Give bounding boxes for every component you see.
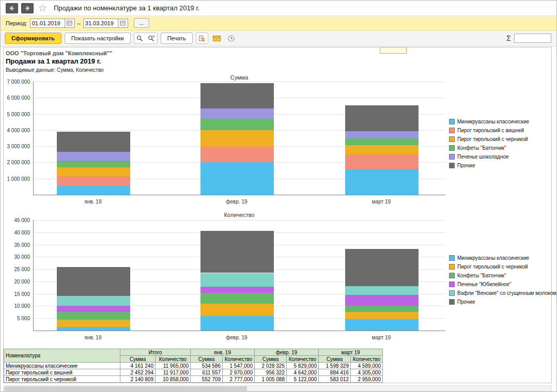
value-cell[interactable]: 611 557 [191, 369, 223, 376]
bar-segment[interactable] [200, 287, 274, 293]
bar-segment[interactable] [57, 306, 130, 312]
sum-input[interactable] [514, 34, 551, 43]
bar-segment[interactable] [57, 267, 130, 296]
bar-segment[interactable] [200, 130, 274, 146]
value-cell[interactable]: 4 161 240 [120, 363, 156, 369]
history-button[interactable] [226, 33, 237, 43]
bar-segment[interactable] [345, 295, 419, 306]
bar-segment[interactable] [200, 119, 274, 130]
y-axis: 5 00010 00015 00020 00025 00030 00035 00… [4, 220, 31, 331]
row-name-cell[interactable]: Пирог тирольский с вишней [4, 369, 120, 376]
value-cell[interactable]: 2 970,000 [223, 369, 255, 376]
value-cell[interactable]: 4 642,000 [287, 369, 319, 376]
value-cell[interactable]: 884 416 [319, 369, 351, 376]
bar-segment[interactable] [345, 131, 419, 138]
bar-segment[interactable] [57, 161, 130, 167]
legend-label: Прочие [457, 299, 475, 305]
period-from-calendar-button[interactable] [65, 19, 75, 28]
bar-segment[interactable] [57, 327, 130, 331]
bar-segment[interactable] [345, 306, 419, 312]
column-group-header[interactable]: март 19 [319, 349, 383, 356]
bar-segment[interactable] [57, 296, 130, 306]
column-group-header[interactable]: февр. 19 [255, 349, 319, 356]
generate-button[interactable]: Сформировать [5, 33, 61, 44]
value-cell[interactable]: 2 777,000 [223, 376, 255, 383]
value-cell[interactable]: 2 140 809 [120, 376, 156, 383]
column-subheader[interactable]: Сумма [319, 356, 351, 363]
search-button[interactable] [134, 33, 146, 43]
period-to-input[interactable] [83, 19, 118, 28]
bar-segment[interactable] [57, 320, 130, 326]
value-cell[interactable]: 5 829,000 [287, 363, 319, 369]
column-subheader[interactable]: Сумма [120, 356, 156, 363]
bar-segment[interactable] [345, 169, 419, 195]
bar-segment[interactable] [200, 231, 274, 273]
row-name-cell[interactable]: Миникруассаны классические [4, 363, 120, 369]
favorite-star-icon[interactable] [39, 4, 47, 12]
value-cell[interactable]: 4 589,000 [351, 363, 383, 369]
bar-segment[interactable] [200, 304, 274, 316]
bar-segment[interactable] [345, 138, 419, 145]
bar-segment[interactable] [57, 312, 130, 320]
bar-segment[interactable] [200, 316, 274, 331]
value-cell[interactable]: 1 547,000 [223, 363, 255, 369]
horizontal-scrollbar[interactable] [3, 385, 552, 391]
column-subheader[interactable]: Количество [287, 356, 319, 363]
bar-segment[interactable] [200, 293, 274, 304]
column-subheader[interactable]: Сумма [255, 356, 287, 363]
selected-cell[interactable] [380, 47, 407, 54]
bar-segment[interactable] [200, 108, 274, 119]
value-cell[interactable]: 1 598 329 [319, 363, 351, 369]
period-from-input[interactable] [30, 19, 65, 28]
legend-label: Пирог тирольский с черникой [457, 264, 528, 270]
bar-segment[interactable] [57, 176, 130, 186]
value-cell[interactable]: 552 709 [191, 376, 223, 383]
column-group-header[interactable]: Итого [120, 349, 191, 356]
value-cell[interactable]: 956 322 [255, 369, 287, 376]
column-group-header[interactable]: янв. 19 [191, 349, 255, 356]
bar-segment[interactable] [345, 154, 419, 169]
column-subheader[interactable]: Сумма [191, 356, 223, 363]
column-header-nomenclature[interactable]: Номенклатура [4, 349, 120, 363]
column-subheader[interactable]: Количество [351, 356, 383, 363]
print-button[interactable]: Печать [161, 33, 193, 44]
print-preview-button[interactable] [196, 33, 208, 43]
bar-segment[interactable] [200, 147, 274, 162]
value-cell[interactable]: 2 959,000 [351, 376, 383, 383]
value-cell[interactable]: 5 122,000 [287, 376, 319, 383]
search-next-button[interactable] [146, 33, 157, 43]
bar-segment[interactable] [345, 145, 419, 154]
show-settings-button[interactable]: Показать настройки [65, 33, 131, 44]
bar-segment[interactable] [345, 249, 419, 287]
value-cell[interactable]: 2 452 294 [120, 369, 156, 376]
column-subheader[interactable]: Количество [156, 356, 191, 363]
bar-segment[interactable] [345, 312, 419, 319]
value-cell[interactable]: 2 028 325 [255, 363, 287, 369]
bar-segment[interactable] [57, 152, 130, 161]
value-cell[interactable]: 1 005 088 [255, 376, 287, 383]
value-cell[interactable]: 11 917,000 [156, 369, 191, 376]
column-subheader[interactable]: Количество [223, 356, 255, 363]
app-window: Продажи по номенклатуре за 1 квартал 201… [0, 0, 557, 392]
email-button[interactable] [211, 33, 223, 43]
bar-segment[interactable] [200, 162, 274, 195]
bar-segment[interactable] [200, 273, 274, 287]
value-cell[interactable]: 534 586 [191, 363, 223, 369]
bar-segment[interactable] [345, 286, 419, 295]
row-name-cell[interactable]: Пирог тирольский с черникой [4, 376, 120, 383]
bar-segment[interactable] [200, 83, 274, 108]
value-cell[interactable]: 11 965,000 [156, 363, 191, 369]
period-to-calendar-button[interactable] [118, 19, 128, 28]
period-more-button[interactable]: ... [134, 18, 149, 28]
value-cell[interactable]: 4 305,000 [351, 369, 383, 376]
forward-button[interactable] [21, 3, 34, 13]
bar-segment[interactable] [57, 132, 130, 152]
bar-segment[interactable] [57, 167, 130, 176]
value-cell[interactable]: 10 858,000 [156, 376, 191, 383]
value-cell[interactable]: 583 012 [319, 376, 351, 383]
bar-segment[interactable] [345, 105, 419, 131]
scrollbar-thumb[interactable] [4, 386, 247, 391]
back-button[interactable] [6, 3, 18, 13]
bar-segment[interactable] [57, 186, 130, 195]
bar-segment[interactable] [345, 319, 419, 331]
